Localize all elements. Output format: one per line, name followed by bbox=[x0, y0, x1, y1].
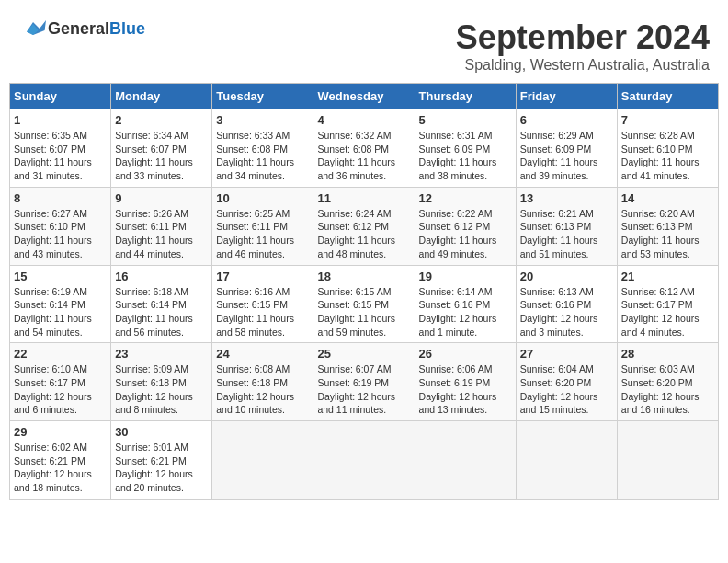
daylight-label: Daylight: 12 hours and 15 minutes. bbox=[520, 391, 598, 416]
table-row: 30 Sunrise: 6:01 AM Sunset: 6:21 PM Dayl… bbox=[111, 421, 212, 500]
daylight-label: Daylight: 11 hours and 33 minutes. bbox=[115, 156, 193, 181]
sunset-label: Sunset: 6:16 PM bbox=[520, 299, 592, 310]
sunrise-label: Sunrise: 6:12 AM bbox=[621, 286, 695, 297]
day-number: 24 bbox=[216, 347, 309, 361]
cell-content: Sunrise: 6:31 AM Sunset: 6:09 PM Dayligh… bbox=[419, 129, 512, 183]
table-row: 11 Sunrise: 6:24 AM Sunset: 6:12 PM Dayl… bbox=[313, 187, 415, 265]
calendar-week-row: 22 Sunrise: 6:10 AM Sunset: 6:17 PM Dayl… bbox=[10, 343, 719, 421]
sunset-label: Sunset: 6:08 PM bbox=[317, 144, 389, 155]
sunrise-label: Sunrise: 6:10 AM bbox=[14, 363, 87, 374]
table-row: 8 Sunrise: 6:27 AM Sunset: 6:10 PM Dayli… bbox=[10, 187, 111, 265]
daylight-label: Daylight: 11 hours and 59 minutes. bbox=[317, 313, 395, 338]
sunrise-label: Sunrise: 6:26 AM bbox=[115, 208, 188, 219]
col-monday: Monday bbox=[111, 84, 212, 109]
daylight-label: Daylight: 12 hours and 1 minute. bbox=[419, 313, 497, 338]
day-number: 12 bbox=[419, 191, 512, 205]
cell-content: Sunrise: 6:10 AM Sunset: 6:17 PM Dayligh… bbox=[14, 362, 107, 417]
day-number: 1 bbox=[14, 113, 107, 127]
day-number: 14 bbox=[621, 191, 714, 205]
day-number: 4 bbox=[317, 113, 410, 127]
daylight-label: Daylight: 12 hours and 13 minutes. bbox=[419, 391, 497, 416]
sunrise-label: Sunrise: 6:14 AM bbox=[419, 286, 493, 297]
sunrise-label: Sunrise: 6:01 AM bbox=[115, 442, 188, 453]
sunset-label: Sunset: 6:18 PM bbox=[115, 377, 187, 388]
sunrise-label: Sunrise: 6:09 AM bbox=[115, 363, 188, 374]
daylight-label: Daylight: 12 hours and 8 minutes. bbox=[115, 391, 193, 416]
sunset-label: Sunset: 6:13 PM bbox=[621, 221, 693, 232]
cell-content: Sunrise: 6:21 AM Sunset: 6:13 PM Dayligh… bbox=[520, 207, 613, 261]
title-block: September 2024 Spalding, Western Austral… bbox=[456, 18, 710, 74]
daylight-label: Daylight: 11 hours and 49 minutes. bbox=[419, 235, 497, 259]
sunset-label: Sunset: 6:15 PM bbox=[216, 299, 288, 310]
table-row: 24 Sunrise: 6:08 AM Sunset: 6:18 PM Dayl… bbox=[212, 343, 313, 421]
sunset-label: Sunset: 6:11 PM bbox=[216, 221, 288, 232]
table-row bbox=[617, 421, 718, 500]
sunrise-label: Sunrise: 6:16 AM bbox=[216, 286, 290, 297]
sunrise-label: Sunrise: 6:29 AM bbox=[520, 130, 594, 141]
sunset-label: Sunset: 6:07 PM bbox=[14, 144, 85, 155]
daylight-label: Daylight: 11 hours and 46 minutes. bbox=[216, 235, 294, 259]
cell-content: Sunrise: 6:28 AM Sunset: 6:10 PM Dayligh… bbox=[621, 129, 714, 183]
day-number: 8 bbox=[14, 191, 107, 205]
daylight-label: Daylight: 12 hours and 11 minutes. bbox=[317, 391, 395, 416]
cell-content: Sunrise: 6:24 AM Sunset: 6:12 PM Dayligh… bbox=[317, 207, 410, 261]
table-row: 14 Sunrise: 6:20 AM Sunset: 6:13 PM Dayl… bbox=[617, 187, 718, 265]
sunset-label: Sunset: 6:09 PM bbox=[419, 144, 491, 155]
cell-content: Sunrise: 6:22 AM Sunset: 6:12 PM Dayligh… bbox=[419, 207, 512, 261]
sunset-label: Sunset: 6:10 PM bbox=[14, 221, 85, 232]
table-row: 9 Sunrise: 6:26 AM Sunset: 6:11 PM Dayli… bbox=[111, 187, 212, 265]
location-title: Spalding, Western Australia, Australia bbox=[456, 57, 710, 74]
day-number: 7 bbox=[621, 113, 714, 127]
cell-content: Sunrise: 6:33 AM Sunset: 6:08 PM Dayligh… bbox=[216, 129, 309, 183]
day-number: 28 bbox=[621, 347, 714, 361]
table-row bbox=[313, 421, 415, 500]
sunrise-label: Sunrise: 6:33 AM bbox=[216, 130, 290, 141]
daylight-label: Daylight: 12 hours and 4 minutes. bbox=[621, 313, 700, 338]
sunrise-label: Sunrise: 6:15 AM bbox=[317, 286, 391, 297]
day-number: 18 bbox=[317, 270, 410, 283]
table-row: 10 Sunrise: 6:25 AM Sunset: 6:11 PM Dayl… bbox=[212, 187, 313, 265]
table-row: 6 Sunrise: 6:29 AM Sunset: 6:09 PM Dayli… bbox=[516, 109, 617, 188]
daylight-label: Daylight: 11 hours and 36 minutes. bbox=[317, 156, 395, 181]
col-friday: Friday bbox=[516, 84, 617, 109]
calendar-header-row: Sunday Monday Tuesday Wednesday Thursday… bbox=[10, 84, 719, 109]
cell-content: Sunrise: 6:03 AM Sunset: 6:20 PM Dayligh… bbox=[621, 362, 714, 417]
day-number: 9 bbox=[115, 191, 208, 205]
sunrise-label: Sunrise: 6:34 AM bbox=[115, 130, 188, 141]
logo: GeneralBlue bbox=[18, 18, 145, 39]
day-number: 15 bbox=[14, 270, 107, 283]
day-number: 21 bbox=[621, 270, 714, 283]
sunset-label: Sunset: 6:19 PM bbox=[317, 377, 389, 388]
cell-content: Sunrise: 6:25 AM Sunset: 6:11 PM Dayligh… bbox=[216, 207, 309, 261]
month-title: September 2024 bbox=[456, 18, 710, 57]
daylight-label: Daylight: 11 hours and 54 minutes. bbox=[14, 313, 92, 338]
sunrise-label: Sunrise: 6:32 AM bbox=[317, 130, 391, 141]
cell-content: Sunrise: 6:32 AM Sunset: 6:08 PM Dayligh… bbox=[317, 129, 410, 183]
table-row: 21 Sunrise: 6:12 AM Sunset: 6:17 PM Dayl… bbox=[617, 265, 718, 343]
sunrise-label: Sunrise: 6:20 AM bbox=[621, 208, 695, 219]
cell-content: Sunrise: 6:01 AM Sunset: 6:21 PM Dayligh… bbox=[115, 441, 208, 495]
sunrise-label: Sunrise: 6:08 AM bbox=[216, 363, 290, 374]
daylight-label: Daylight: 11 hours and 48 minutes. bbox=[317, 235, 395, 259]
table-row: 2 Sunrise: 6:34 AM Sunset: 6:07 PM Dayli… bbox=[111, 109, 212, 188]
sunset-label: Sunset: 6:15 PM bbox=[317, 299, 389, 310]
sunset-label: Sunset: 6:08 PM bbox=[216, 144, 288, 155]
table-row: 23 Sunrise: 6:09 AM Sunset: 6:18 PM Dayl… bbox=[111, 343, 212, 421]
table-row bbox=[516, 421, 617, 500]
sunset-label: Sunset: 6:21 PM bbox=[115, 455, 187, 466]
day-number: 27 bbox=[520, 347, 613, 361]
cell-content: Sunrise: 6:26 AM Sunset: 6:11 PM Dayligh… bbox=[115, 207, 208, 261]
sunset-label: Sunset: 6:07 PM bbox=[115, 144, 187, 155]
cell-content: Sunrise: 6:13 AM Sunset: 6:16 PM Dayligh… bbox=[520, 285, 613, 339]
calendar-week-row: 15 Sunrise: 6:19 AM Sunset: 6:14 PM Dayl… bbox=[10, 265, 719, 343]
day-number: 16 bbox=[115, 270, 208, 283]
table-row: 19 Sunrise: 6:14 AM Sunset: 6:16 PM Dayl… bbox=[415, 265, 516, 343]
daylight-label: Daylight: 11 hours and 43 minutes. bbox=[14, 235, 92, 259]
table-row bbox=[415, 421, 516, 500]
day-number: 6 bbox=[520, 113, 613, 127]
sunrise-label: Sunrise: 6:25 AM bbox=[216, 208, 290, 219]
daylight-label: Daylight: 11 hours and 56 minutes. bbox=[115, 313, 193, 338]
col-saturday: Saturday bbox=[617, 84, 718, 109]
table-row: 3 Sunrise: 6:33 AM Sunset: 6:08 PM Dayli… bbox=[212, 109, 313, 188]
sunrise-label: Sunrise: 6:21 AM bbox=[520, 208, 594, 219]
